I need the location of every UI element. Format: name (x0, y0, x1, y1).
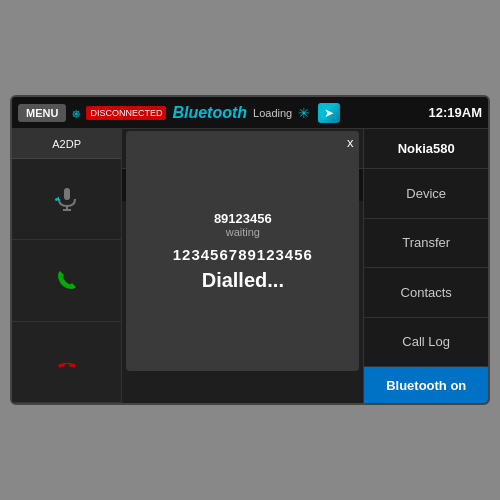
call-popup: x 89123456 waiting 123456789123456 Diall… (126, 131, 359, 371)
left-panel: A2DP (12, 129, 122, 403)
contacts-button[interactable]: Contacts (364, 268, 488, 318)
spinner-icon: ✳ (298, 105, 310, 121)
main-area: A2DP (12, 129, 488, 403)
svg-rect-0 (64, 188, 70, 200)
menu-button[interactable]: MENU (18, 104, 66, 122)
popup-full-number: 123456789123456 (173, 246, 313, 263)
loading-label: Loading (253, 107, 292, 119)
bluetooth-icon: ⎈ (72, 105, 80, 121)
calllog-button[interactable]: Call Log (364, 318, 488, 368)
phone-icon (52, 265, 82, 295)
top-bar: MENU ⎈ DISCONNECTED Bluetooth Loading ✳ … (12, 97, 488, 129)
navigation-icon: ➤ (318, 103, 340, 123)
right-panel: Nokia580 Device Transfer Contacts Call L… (363, 129, 488, 403)
device-button[interactable]: Device (364, 169, 488, 219)
microphone-icon (52, 184, 82, 214)
popup-caller-number: 89123456 (214, 211, 272, 226)
device-name-display: Nokia580 (364, 129, 488, 169)
transfer-button[interactable]: Transfer (364, 219, 488, 269)
phone-button[interactable] (12, 240, 121, 321)
disconnected-badge: DISCONNECTED (86, 106, 166, 120)
center-panel: 123456987123654 ← x 89123456 waiting 123… (122, 129, 363, 403)
popup-close-button[interactable]: x (347, 135, 354, 150)
hangup-button[interactable] (12, 322, 121, 403)
popup-status: waiting (226, 226, 260, 238)
popup-action-label: Dialled... (202, 269, 284, 292)
bluetooth-label: Bluetooth (172, 104, 247, 122)
time-display: 12:19AM (429, 105, 482, 120)
hangup-icon (52, 347, 82, 377)
a2dp-button[interactable]: A2DP (12, 129, 121, 159)
microphone-button[interactable] (12, 159, 121, 240)
bluetooth-on-button[interactable]: Bluetooth on (364, 367, 488, 403)
device-frame: MENU ⎈ DISCONNECTED Bluetooth Loading ✳ … (10, 95, 490, 405)
